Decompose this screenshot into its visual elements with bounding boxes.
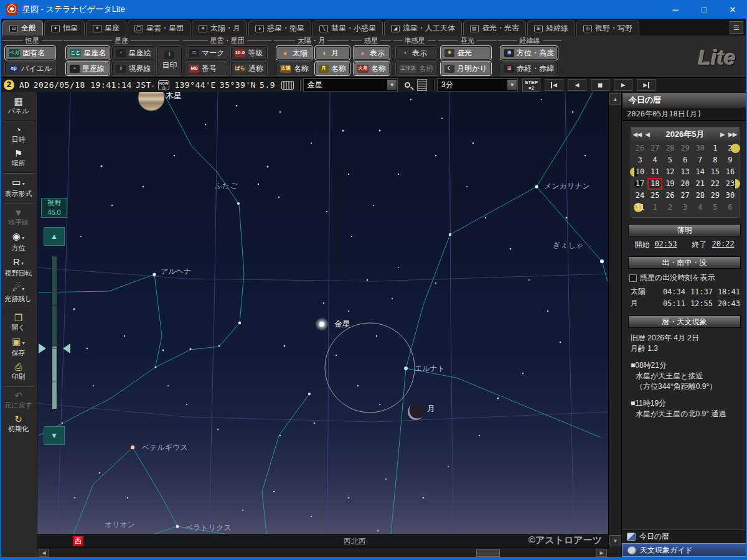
tab-星雲・星団[interactable]: ◯星雲・星団 xyxy=(128,21,190,35)
sidebar-item-日時[interactable]: ◔日時 xyxy=(1,123,36,147)
calendar-day-2[interactable]: 2 xyxy=(723,142,738,154)
go-first-button[interactable]: ◀ xyxy=(545,79,563,91)
scroll-down-button[interactable]: ▼ xyxy=(609,535,621,546)
sidebar-item-方位[interactable]: ◉ ▾方位 xyxy=(1,230,36,255)
sidebar-item-保存[interactable]: ▣ ▾保存 xyxy=(1,335,36,360)
sidebar-item-パネル[interactable]: ▦パネル xyxy=(1,95,36,118)
calendar-day-29[interactable]: 29 xyxy=(677,142,692,154)
calendar-day-7[interactable]: 7 xyxy=(693,154,708,166)
ribbon-button-目印[interactable]: ⌇目印 xyxy=(157,46,182,75)
calendar-day-26[interactable]: 26 xyxy=(662,190,677,202)
calendar-day-6[interactable]: 6 xyxy=(723,202,738,213)
calendar-day-22[interactable]: 22 xyxy=(708,178,723,190)
calendar-day-8[interactable]: 8 xyxy=(708,154,723,166)
calendar-day-14[interactable]: 14 xyxy=(693,166,708,178)
scroll-right-button[interactable]: ▶ xyxy=(596,549,607,557)
scrollbar-thumb[interactable] xyxy=(476,549,500,557)
calendar-day-19[interactable]: 19 xyxy=(662,178,677,190)
calendar-day-9[interactable]: 9 xyxy=(723,154,738,166)
calendar-day-11[interactable]: 11 xyxy=(647,166,662,178)
sky-chart[interactable]: 木星ふたごメンカリナンぎょしゃアルヘナ金星エルナト月ベテルギウスオリオンベラトリ… xyxy=(37,92,608,534)
sidebar-item-場所[interactable]: ⚑場所 xyxy=(1,147,36,170)
calendar-day-28[interactable]: 28 xyxy=(662,142,677,154)
keyboard-icon[interactable] xyxy=(281,81,294,90)
calendar-day-25[interactable]: 25 xyxy=(647,190,662,202)
checkbox-icon[interactable] xyxy=(629,274,637,282)
play-button[interactable]: ▶ xyxy=(614,79,632,91)
ribbon-button-名称[interactable]: 太陽名称 xyxy=(276,62,312,75)
sidebar-item-表示形式[interactable]: ▭ ▾表示形式 xyxy=(1,175,36,201)
ribbon-button-等級[interactable]: 10.0等級 xyxy=(231,46,267,60)
calendar-day-27[interactable]: 27 xyxy=(677,190,692,202)
twilight-start-time[interactable]: 02:53 xyxy=(654,240,677,250)
zoom-out-button[interactable]: ▼ xyxy=(44,426,65,445)
ribbon-button-月[interactable]: ◑月 xyxy=(315,46,350,60)
search-icon[interactable] xyxy=(401,79,413,91)
ribbon-button-名称[interactable]: エリス名称 xyxy=(396,62,438,75)
zoom-slider-handle-left[interactable] xyxy=(39,343,46,353)
calendar-day-29[interactable]: 29 xyxy=(708,190,723,202)
tab-視野・写野[interactable]: ◎視野・写野 xyxy=(576,21,639,35)
calendar-day-3[interactable]: 3 xyxy=(632,154,647,166)
scroll-up-button[interactable]: ▲ xyxy=(609,93,621,105)
panel-item-今日の暦[interactable]: 今日の暦 xyxy=(622,530,747,543)
calendar-day-17[interactable]: 17 xyxy=(632,178,647,190)
calendar-day-6[interactable]: 6 xyxy=(677,154,692,166)
ribbon-button-星座絵[interactable]: ♆星座絵 xyxy=(112,46,154,60)
calendar-day-13[interactable]: 13 xyxy=(677,166,692,178)
tab-昼光・光害[interactable]: ▨昼光・光害 xyxy=(463,21,526,35)
sidebar-item-印刷[interactable]: ⎙印刷 xyxy=(1,360,36,384)
calendar-day-4[interactable]: 4 xyxy=(693,202,708,213)
calendar-day-15[interactable]: 15 xyxy=(708,166,723,178)
vertical-scrollbar[interactable]: ▲ ▼ xyxy=(608,92,621,548)
stop-button[interactable]: ■ xyxy=(591,79,609,91)
interval-combobox[interactable]: 3分▼ xyxy=(438,79,517,91)
calendar-day-12[interactable]: 12 xyxy=(662,166,677,178)
tab-彗星・小惑星[interactable]: ╲彗星・小惑星 xyxy=(312,21,383,35)
ribbon-button-月明かり[interactable]: ☾月明かり xyxy=(441,62,491,75)
twilight-end-time[interactable]: 20:22 xyxy=(712,240,735,250)
ribbon-button-星座名[interactable]: こと星座名 xyxy=(66,46,110,60)
calendar-day-30[interactable]: 30 xyxy=(723,190,738,202)
tab-menu-button[interactable]: ☰ xyxy=(730,21,743,34)
tab-惑星・衛星[interactable]: ◕惑星・衛星 xyxy=(248,21,311,35)
tab-流星・人工天体[interactable]: ◢流星・人工天体 xyxy=(384,21,462,35)
sidebar-item-光跡残し[interactable]: ☄ ▾光跡残し xyxy=(1,281,36,306)
longitude-field[interactable]: 139°44'E xyxy=(174,80,216,90)
ribbon-button-昼光[interactable]: ☀昼光 xyxy=(441,46,491,60)
calendar-day-20[interactable]: 20 xyxy=(677,178,692,190)
maximize-button[interactable]: □ xyxy=(690,0,718,19)
close-button[interactable]: ✕ xyxy=(718,0,747,19)
calendar-day-10[interactable]: 10 xyxy=(632,166,647,178)
tab-経緯線[interactable]: ⊞経緯線 xyxy=(527,21,575,35)
zoom-in-button[interactable]: ▲ xyxy=(44,227,65,246)
calendar-day-5[interactable]: 5 xyxy=(708,202,723,213)
moon-phase-icon[interactable]: 2 xyxy=(4,80,14,90)
sidebar-item-視野回転[interactable]: R ▾視野回転 xyxy=(1,255,36,281)
combo-arrow-icon[interactable]: ▼ xyxy=(387,80,397,90)
calendar-day-1[interactable]: 1 xyxy=(708,142,723,154)
now-clock-icon[interactable]: NOW◷ xyxy=(158,80,169,90)
ribbon-button-赤経・赤緯[interactable]: ⊞赤経・赤緯 xyxy=(500,62,558,75)
calendar-day-23[interactable]: 23 xyxy=(723,178,738,190)
ribbon-button-マーク[interactable]: ⬭マーク xyxy=(186,46,228,60)
scroll-left-button[interactable]: ◀ xyxy=(39,549,49,557)
zoom-slider-handle-right[interactable] xyxy=(63,343,70,353)
step-x2-button[interactable]: STEP×2 xyxy=(522,78,540,92)
ribbon-button-固有名[interactable]: ベガ固有名 xyxy=(5,46,55,60)
object-list-icon[interactable] xyxy=(417,79,427,91)
ribbon-button-境界線[interactable]: ♯境界線 xyxy=(112,62,154,75)
ribbon-button-表示[interactable]: ◕表示 xyxy=(354,46,390,60)
panel-item-天文現象ガイド[interactable]: 天文現象ガイド xyxy=(622,543,747,557)
next-month-button[interactable]: ▶ xyxy=(718,131,726,138)
ribbon-button-表示[interactable]: ◔表示 xyxy=(396,46,438,60)
ribbon-button-通称[interactable]: ばら通称 xyxy=(231,62,267,75)
show-planet-times-checkbox[interactable]: 惑星の出没時刻を表示 xyxy=(629,273,747,283)
horizontal-scrollbar[interactable]: ◀ ▶ xyxy=(37,548,608,557)
ribbon-button-名称[interactable]: 火星名称 xyxy=(354,62,390,75)
calendar-day-2[interactable]: 2 xyxy=(662,202,677,213)
tab-恒星[interactable]: ✦恒星 xyxy=(44,21,85,35)
calendar-day-1[interactable]: 1 xyxy=(647,202,662,213)
ribbon-button-番号[interactable]: M8番号 xyxy=(186,62,228,75)
calendar-day-16[interactable]: 16 xyxy=(723,166,738,178)
